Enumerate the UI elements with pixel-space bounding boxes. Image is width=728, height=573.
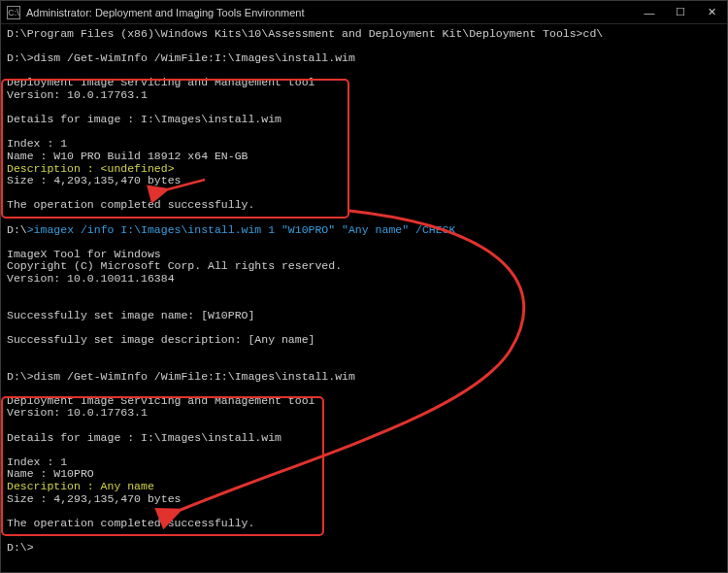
terminal-line: Size : 4,293,135,470 bytes	[7, 175, 721, 187]
terminal-line: Successfully set image description: [Any…	[7, 334, 721, 347]
command: dism /Get-WimInfo /WimFile:I:\Images\ins…	[34, 370, 355, 383]
terminal-line	[7, 236, 721, 249]
terminal-body[interactable]: D:\Program Files (x86)\Windows Kits\10\A…	[1, 24, 727, 572]
window-title: Administrator: Deployment and Imaging To…	[26, 7, 634, 18]
command: >imagex /info I:\Images\install.wim 1 "W…	[27, 223, 456, 236]
maximize-button[interactable]: ☐	[665, 1, 696, 23]
cmd-icon: C:\	[7, 6, 20, 19]
terminal-line: D:\Program Files (x86)\Windows Kits\10\A…	[7, 28, 721, 41]
terminal-line	[7, 126, 721, 139]
close-button[interactable]: ✕	[696, 1, 727, 23]
terminal-line: Copyright (C) Microsoft Corp. All rights…	[7, 260, 721, 273]
terminal-line: Successfully set image name: [W10PRO]	[7, 310, 721, 322]
prompt: D:\>	[7, 370, 34, 383]
terminal-line: Details for image : I:\Images\install.wi…	[7, 432, 721, 445]
terminal-line	[7, 420, 721, 432]
terminal-line: Version: 10.0.10011.16384	[7, 273, 721, 286]
terminal-window: C:\ Administrator: Deployment and Imagin…	[0, 0, 728, 573]
terminal-line: Version: 10.0.17763.1	[7, 407, 721, 420]
terminal-line: D:\>	[7, 542, 721, 555]
window-controls: — ☐ ✕	[634, 1, 727, 23]
terminal-line: The operation completed successfully.	[7, 199, 721, 212]
description-line: Description : Any name	[7, 481, 721, 493]
titlebar[interactable]: C:\ Administrator: Deployment and Imagin…	[1, 1, 727, 24]
terminal-line: Version: 10.0.17763.1	[7, 89, 721, 102]
terminal-line: Index : 1	[7, 456, 721, 469]
terminal-line: Size : 4,293,135,470 bytes	[7, 493, 721, 506]
terminal-line	[7, 444, 721, 456]
terminal-line: Name : W10 PRO Build 18912 x64 EN-GB	[7, 151, 721, 163]
terminal-line: Details for image : I:\Images\install.wi…	[7, 114, 721, 126]
command: dism /Get-WimInfo /WimFile:I:\Images\ins…	[34, 51, 355, 64]
terminal-line	[7, 383, 721, 395]
terminal-line	[7, 297, 721, 310]
terminal-line: D:\>imagex /info I:\Images\install.wim 1…	[7, 224, 721, 237]
minimize-button[interactable]: —	[634, 1, 665, 23]
terminal-line: D:\>dism /Get-WimInfo /WimFile:I:\Images…	[7, 52, 721, 65]
terminal-line	[7, 505, 721, 518]
terminal-line	[7, 285, 721, 297]
terminal-line	[7, 346, 721, 358]
terminal-line: The operation completed successfully.	[7, 518, 721, 530]
prompt: D:\>	[7, 51, 34, 64]
terminal-line: D:\>dism /Get-WimInfo /WimFile:I:\Images…	[7, 371, 721, 384]
prompt: D:\	[7, 223, 27, 236]
terminal-line	[7, 529, 721, 542]
terminal-line	[7, 321, 721, 334]
